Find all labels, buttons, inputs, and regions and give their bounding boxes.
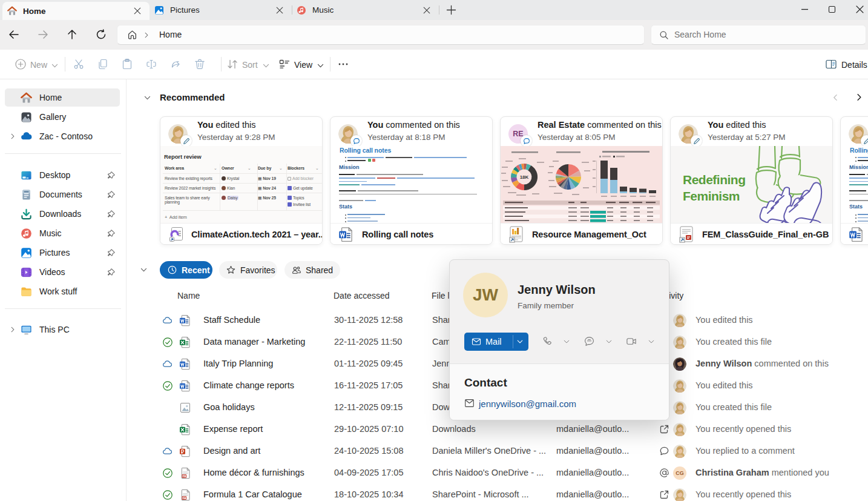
svg-text:18K: 18K [520,174,529,180]
svg-text:Feminism: Feminism [683,189,740,203]
svg-text:Redefining: Redefining [683,173,746,187]
